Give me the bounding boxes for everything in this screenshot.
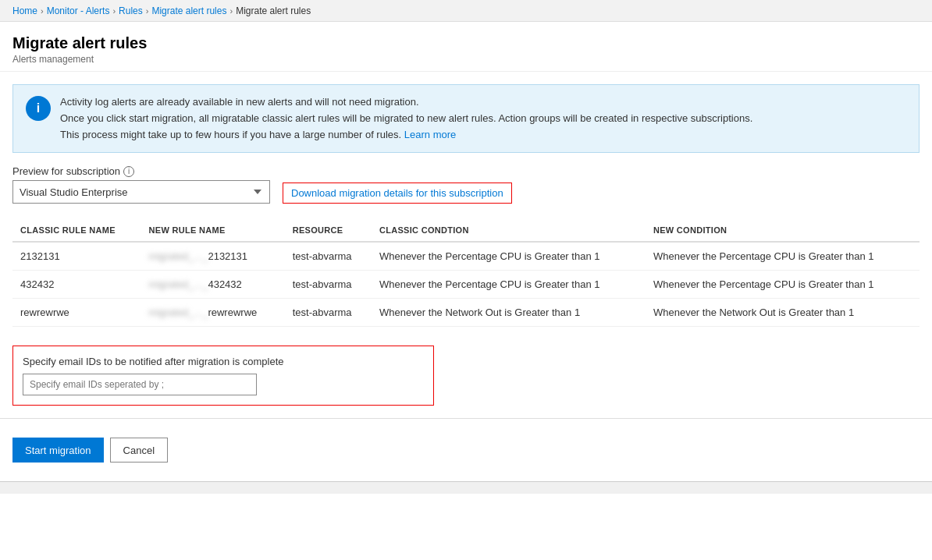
- divider: [0, 418, 932, 419]
- classic-condition-cell: Whenever the Percentage CPU is Greater t…: [372, 271, 646, 299]
- email-label: Specify email IDs to be notified after m…: [23, 356, 424, 367]
- info-text: Activity log alerts are already availabl…: [60, 94, 752, 143]
- new-rule-cell: migrated_..._rewrewrwe: [141, 299, 285, 327]
- migration-table: CLASSIC RULE NAME NEW RULE NAME RESOURCE…: [12, 219, 920, 327]
- new-rule-cell: migrated_..._432432: [141, 271, 285, 299]
- table-row: rewrewrwemigrated_..._rewrewrwetest-abva…: [12, 299, 920, 327]
- nav-monitor-alerts[interactable]: Monitor - Alerts: [47, 5, 110, 16]
- classic-condition-cell: Whenever the Percentage CPU is Greater t…: [372, 242, 646, 271]
- new-condition-cell: Whenever the Network Out is Greater than…: [646, 299, 920, 327]
- info-banner: i Activity log alerts are already availa…: [12, 84, 920, 153]
- table-row: 2132131migrated_..._2132131test-abvarmaW…: [12, 242, 920, 271]
- col-resource: RESOURCE: [285, 219, 372, 242]
- info-line3: This process might take up to few hours …: [60, 129, 401, 140]
- start-migration-button[interactable]: Start migration: [12, 438, 104, 463]
- resource-cell: test-abvarma: [285, 299, 372, 327]
- breadcrumb: Home › Monitor - Alerts › Rules › Migrat…: [0, 0, 932, 22]
- nav-current: Migrate alert rules: [236, 5, 311, 16]
- subscription-wrapper: Preview for subscription i Visual Studio…: [12, 165, 270, 204]
- blurred-name: migrated_..._: [149, 307, 208, 318]
- main-content: Preview for subscription i Visual Studio…: [0, 165, 932, 327]
- classic-rule-cell: rewrewrwe: [12, 299, 141, 327]
- subscription-info-icon[interactable]: i: [123, 166, 134, 177]
- subscription-label: Preview for subscription i: [12, 165, 270, 177]
- page-title: Migrate alert rules: [12, 34, 920, 52]
- sep-3: ›: [146, 6, 149, 16]
- info-line2: Once you click start migration, all migr…: [60, 112, 752, 124]
- action-buttons: Start migration Cancel: [0, 431, 932, 475]
- email-input[interactable]: [23, 374, 257, 395]
- subscription-select[interactable]: Visual Studio Enterprise: [12, 180, 270, 204]
- table-body: 2132131migrated_..._2132131test-abvarmaW…: [12, 242, 920, 327]
- email-section: Specify email IDs to be notified after m…: [12, 346, 434, 406]
- sep-4: ›: [229, 6, 233, 16]
- rule-suffix: 2132131: [208, 250, 247, 262]
- resource-cell: test-abvarma: [285, 271, 372, 299]
- subscription-row: Preview for subscription i Visual Studio…: [12, 165, 920, 204]
- table-header-row: CLASSIC RULE NAME NEW RULE NAME RESOURCE…: [12, 219, 920, 242]
- download-migration-link[interactable]: Download migration details for this subs…: [283, 183, 512, 204]
- table-row: 432432migrated_..._432432test-abvarmaWhe…: [12, 271, 920, 299]
- table-header: CLASSIC RULE NAME NEW RULE NAME RESOURCE…: [12, 219, 920, 242]
- info-line1: Activity log alerts are already availabl…: [60, 96, 419, 108]
- classic-rule-cell: 432432: [12, 271, 141, 299]
- bottom-scrollbar[interactable]: [0, 481, 932, 494]
- new-condition-cell: Whenever the Percentage CPU is Greater t…: [646, 271, 920, 299]
- sep-2: ›: [112, 6, 116, 16]
- resource-cell: test-abvarma: [285, 242, 372, 271]
- cancel-button[interactable]: Cancel: [110, 438, 168, 463]
- col-new-condition: NEW CONDITION: [646, 219, 920, 242]
- blurred-name: migrated_..._: [149, 250, 208, 262]
- classic-rule-cell: 2132131: [12, 242, 141, 271]
- rule-suffix: rewrewrwe: [208, 307, 257, 318]
- learn-more-link[interactable]: Learn more: [404, 129, 456, 140]
- classic-condition-cell: Whenever the Network Out is Greater than…: [372, 299, 646, 327]
- new-rule-cell: migrated_..._2132131: [141, 242, 285, 271]
- rule-suffix: 432432: [208, 278, 241, 290]
- col-new-rule: NEW RULE NAME: [141, 219, 285, 242]
- new-condition-cell: Whenever the Percentage CPU is Greater t…: [646, 242, 920, 271]
- col-classic-condition: CLASSIC CONDTION: [372, 219, 646, 242]
- blurred-name: migrated_..._: [149, 278, 208, 290]
- nav-home[interactable]: Home: [12, 5, 37, 16]
- nav-rules[interactable]: Rules: [119, 5, 143, 16]
- page-subtitle: Alerts management: [12, 54, 920, 65]
- sep-1: ›: [41, 6, 44, 16]
- page-header: Migrate alert rules Alerts management: [0, 22, 932, 72]
- nav-migrate-alert-rules[interactable]: Migrate alert rules: [151, 5, 226, 16]
- info-icon: i: [26, 96, 51, 121]
- col-classic-rule: CLASSIC RULE NAME: [12, 219, 141, 242]
